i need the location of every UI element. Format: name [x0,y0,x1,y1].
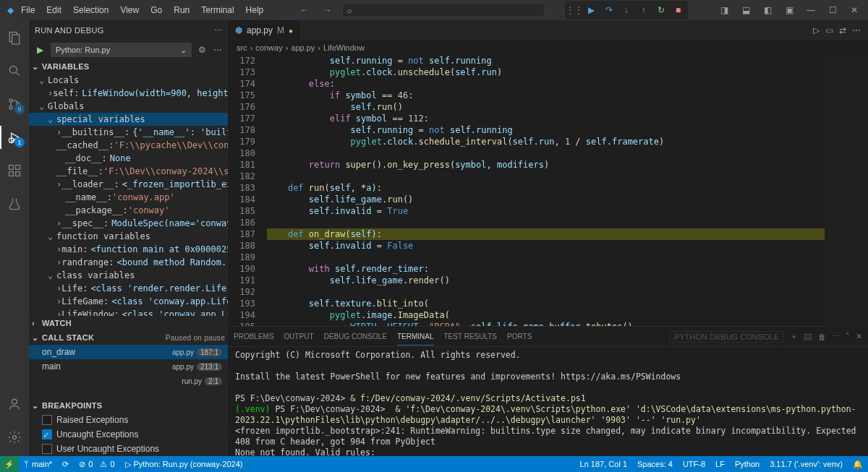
breadcrumb-item[interactable]: app.py [291,43,315,52]
gear-icon[interactable]: ⚙ [196,44,208,56]
breakpoint-item[interactable]: User Uncaught Exceptions [29,442,228,456]
var-row[interactable]: ›__builtins__: {'__name__': 'builtins', … [29,126,228,139]
search-tab[interactable] [0,56,29,85]
language-mode[interactable]: Python [730,456,765,472]
menu-view[interactable]: View [115,2,144,18]
run-debug-tab[interactable]: 1 [0,123,29,152]
notifications-icon[interactable]: 🔔 [848,456,868,472]
layout-toggle-right-icon[interactable]: ◧ [758,1,777,20]
python-interpreter[interactable]: 3.11.7 ('.venv': venv) [765,456,848,472]
checkbox[interactable] [42,415,52,425]
terminal[interactable]: Copyright (C) Microsoft Corporation. All… [228,347,868,456]
var-row[interactable]: __file__: 'F:\\Dev\\conway-2024\\src\\co… [29,165,228,178]
callstack-header[interactable]: ⌄ CALL STACK Paused on pause [29,330,228,345]
var-row[interactable]: ›__spec__: ModuleSpec(name='conway.app',… [29,217,228,230]
window-minimize-button[interactable]: — [801,1,820,20]
problems-status[interactable]: ⊘ 0 ⚠ 0 [74,456,119,472]
menu-edit[interactable]: Edit [41,2,67,18]
minimap[interactable] [825,55,868,326]
breadcrumb-item[interactable]: LifeWindow [323,43,365,52]
var-row[interactable]: ›LifeWindow: <class 'conway.app.LifeWind… [29,308,228,316]
menu-terminal[interactable]: Terminal [196,2,239,18]
function-variables-node[interactable]: ⌄function variables [29,230,228,243]
layout-toggle-left-icon[interactable]: ◨ [715,1,733,20]
settings-button[interactable] [0,423,29,452]
split-editor-button[interactable]: ▭ [825,25,833,35]
menu-go[interactable]: Go [145,2,167,18]
callstack-frame[interactable]: run.py2:1 [29,374,228,388]
window-close-button[interactable]: ✕ [845,1,864,20]
var-row[interactable]: ›main: <function main at 0x0000025298SFA… [29,243,228,256]
menu-run[interactable]: Run [169,2,195,18]
indentation[interactable]: Spaces: 4 [632,456,678,472]
panel-tab-ports[interactable]: PORTS [507,328,532,345]
debug-target[interactable]: ▷ Python: Run.py (conway-2024) [120,456,248,472]
breakpoints-header[interactable]: ⌄ BREAKPOINTS [29,398,228,413]
encoding[interactable]: UTF-8 [678,456,710,472]
customize-layout-icon[interactable]: ▣ [780,1,799,20]
git-branch[interactable]: ᛘ main* [19,456,57,472]
nav-forward-button[interactable]: → [319,4,336,17]
restart-button[interactable]: ↻ [653,2,669,18]
kill-terminal-button[interactable]: 🗑 [818,328,826,346]
panel-tab-test-results[interactable]: TEST RESULTS [444,328,498,345]
var-row[interactable]: __doc__: None [29,152,228,165]
callstack-frame[interactable]: mainapp.py213:1 [29,359,228,374]
run-file-button[interactable]: ▷ [813,25,820,35]
drag-handle-icon[interactable]: ⋮⋮ [566,2,582,18]
git-sync[interactable]: ⟳ [57,456,74,472]
class-variables-node[interactable]: ⌄class variables [29,269,228,282]
var-row[interactable]: ›self: LifeWindow(width=900, height=900) [29,87,228,100]
globals-node[interactable]: ⌄Globals [29,100,228,113]
panel-close-button[interactable]: ✕ [856,327,862,346]
step-over-button[interactable]: ↷ [601,2,617,18]
step-into-button[interactable]: ↓ [618,2,634,18]
variables-header[interactable]: ⌄ VARIABLES [29,59,228,74]
extensions-tab[interactable] [0,156,29,185]
breakpoint-item[interactable]: Raised Exceptions [29,413,228,427]
menu-help[interactable]: Help [241,2,269,18]
var-row[interactable]: __cached__: 'F:\\pycache\\Dev\\conway-20… [29,139,228,152]
panel-tab-problems[interactable]: PROBLEMS [234,328,274,345]
editor[interactable]: 1721731741751761771781791801811821831841… [228,55,868,326]
more-icon[interactable]: ⋯ [212,44,224,56]
checkbox[interactable] [42,444,52,454]
var-row[interactable]: __name__: 'conway.app' [29,191,228,204]
stop-button[interactable]: ■ [671,2,686,18]
code-area[interactable]: self.running = not self.running pyglet.c… [267,55,825,326]
continue-button[interactable]: ▶ [584,2,600,18]
testing-tab[interactable] [0,189,29,218]
breadcrumb-item[interactable]: conway [255,43,282,52]
terminal-profile-select[interactable]: Python Debug Console [669,331,784,343]
command-center[interactable]: ⌕ [342,3,545,17]
var-row[interactable]: ›__loader__: <_frozen_importlib_external… [29,178,228,191]
remote-indicator[interactable]: ⚡ [0,456,19,472]
breadcrumb-item[interactable]: src [237,43,247,52]
breakpoint-item[interactable]: ✓Uncaught Exceptions [29,427,228,442]
var-row[interactable]: __package__: 'conway' [29,204,228,217]
start-debug-button[interactable]: ▶ [33,43,46,56]
watch-header[interactable]: › WATCH [29,316,228,330]
accounts-button[interactable] [0,390,29,419]
panel-maximize-button[interactable]: ˄ [846,327,850,346]
split-terminal-button[interactable]: ▯▯ [804,327,812,346]
breadcrumb[interactable]: src›conway›app.py›LifeWindow [228,40,868,55]
panel-tab-output[interactable]: OUTPUT [284,328,314,345]
panel-tab-debug-console[interactable]: DEBUG CONSOLE [324,328,387,345]
nav-back-button[interactable]: ← [296,4,313,17]
panel-tab-terminal[interactable]: TERMINAL [397,328,434,346]
more-actions-icon[interactable]: ⋯ [852,25,861,35]
eol[interactable]: LF [710,456,730,472]
window-maximize-button[interactable]: ☐ [823,1,842,20]
layout-toggle-bottom-icon[interactable]: ⬓ [736,1,755,20]
config-select[interactable]: Python: Run.py ⌄ [51,43,192,57]
checkbox[interactable]: ✓ [42,429,52,439]
menu-file[interactable]: File [16,2,40,18]
diff-button[interactable]: ⇄ [839,25,846,35]
new-terminal-button[interactable]: ＋ [790,327,798,346]
var-row[interactable]: ›Life: <class 'render.render.Life'> [29,282,228,295]
var-row[interactable]: ›randrange: <bound method Random.randran… [29,256,228,269]
more-actions-icon[interactable]: ⋯ [214,26,222,35]
menu-selection[interactable]: Selection [68,2,114,18]
explorer-tab[interactable] [0,23,29,52]
